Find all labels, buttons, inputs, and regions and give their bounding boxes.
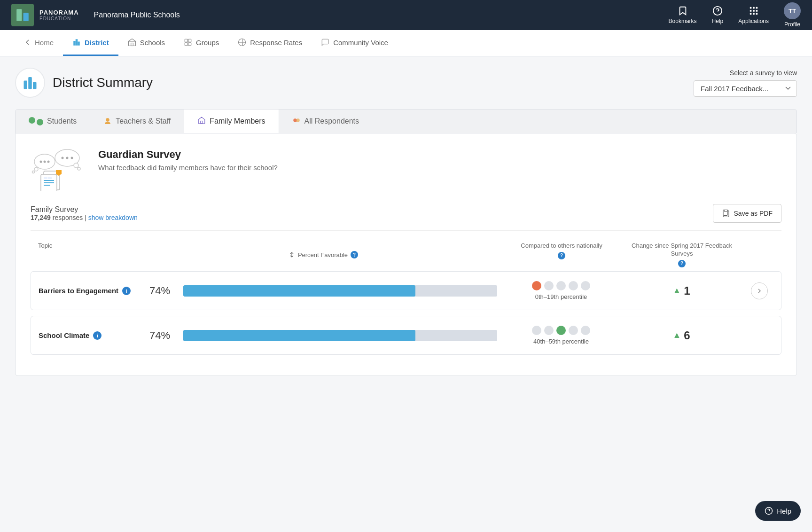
district-summary-icon bbox=[22, 74, 39, 91]
tab-teachers-staff[interactable]: Teachers & Staff bbox=[90, 110, 184, 133]
panorama-logo-icon bbox=[15, 8, 30, 23]
comparison-climate: 40th–59th percentile bbox=[505, 326, 617, 345]
family-survey-row: Family Survey 17,249 responses | show br… bbox=[31, 204, 781, 231]
table-row: School Climate i 74% bbox=[31, 316, 781, 355]
svg-rect-10 bbox=[750, 13, 751, 15]
percentile-barriers: 0th–19th percentile bbox=[535, 293, 587, 300]
topic-barriers: Barriers to Engagement i bbox=[39, 287, 142, 295]
svg-rect-15 bbox=[78, 42, 80, 46]
svg-point-26 bbox=[106, 118, 109, 122]
svg-rect-12 bbox=[756, 13, 757, 15]
svg-rect-18 bbox=[185, 39, 187, 42]
profile-button[interactable]: TT Profile bbox=[784, 2, 801, 28]
svg-point-29 bbox=[296, 118, 300, 122]
school-climate-info-icon[interactable]: i bbox=[93, 331, 102, 340]
svg-rect-16 bbox=[128, 41, 135, 46]
svg-rect-1 bbox=[23, 13, 29, 21]
nav-item-district[interactable]: District bbox=[63, 30, 118, 56]
top-navigation: PANORAMA EDUCATION Panorama Public Schoo… bbox=[0, 0, 812, 30]
all-respondents-icon bbox=[292, 116, 301, 126]
responses-count: 17,249 bbox=[31, 214, 51, 221]
survey-info: Guardian Survey What feedback did family… bbox=[98, 149, 278, 172]
pct-value-barriers: 74% bbox=[149, 285, 178, 297]
svg-point-39 bbox=[62, 157, 64, 159]
svg-rect-27 bbox=[201, 121, 203, 124]
pdf-icon bbox=[722, 209, 730, 218]
svg-rect-20 bbox=[185, 43, 187, 46]
arrow-up-climate: ▲ bbox=[672, 330, 681, 340]
compared-help-icon[interactable]: ? bbox=[558, 252, 565, 259]
topic-school-climate: School Climate i bbox=[39, 331, 142, 340]
org-name: Panorama Public Schools bbox=[94, 11, 180, 19]
svg-point-40 bbox=[66, 157, 69, 159]
responses-label: responses bbox=[53, 214, 83, 221]
svg-point-31 bbox=[34, 167, 38, 171]
tab-students[interactable]: Students bbox=[16, 110, 90, 133]
expand-barriers bbox=[745, 282, 773, 299]
table-row: Barriers to Engagement i 74% bbox=[31, 271, 781, 310]
data-table: Topic Percent Favorable ? Compared to ot… bbox=[31, 238, 781, 355]
col-header-change: Change since Spring 2017 Feedback Survey… bbox=[625, 242, 738, 267]
top-nav-actions: Bookmarks Help Applications TT Profile bbox=[669, 2, 801, 28]
svg-rect-19 bbox=[188, 39, 191, 42]
nav-item-schools[interactable]: Schools bbox=[118, 30, 174, 56]
dot-5 bbox=[581, 326, 590, 335]
svg-rect-49 bbox=[723, 210, 727, 216]
svg-rect-17 bbox=[131, 43, 133, 46]
pct-school-climate: 74% bbox=[149, 329, 497, 342]
show-breakdown-link[interactable]: show breakdown bbox=[88, 214, 138, 221]
change-climate: ▲ 6 bbox=[625, 329, 738, 342]
change-help-icon[interactable]: ? bbox=[678, 260, 686, 267]
svg-rect-21 bbox=[188, 43, 191, 46]
progress-bar-barriers bbox=[183, 285, 497, 297]
tab-all-respondents[interactable]: All Respondents bbox=[279, 110, 373, 133]
family-survey-title: Family Survey bbox=[31, 205, 138, 214]
logo-box bbox=[11, 4, 34, 26]
progress-fill-climate bbox=[183, 330, 415, 341]
progress-fill-barriers bbox=[183, 285, 415, 297]
svg-point-33 bbox=[40, 161, 42, 163]
bookmarks-button[interactable]: Bookmarks bbox=[669, 6, 697, 24]
table-header: Topic Percent Favorable ? Compared to ot… bbox=[31, 238, 781, 271]
logo-area[interactable]: PANORAMA EDUCATION bbox=[11, 4, 79, 26]
pct-help-icon[interactable]: ? bbox=[351, 251, 358, 258]
nav-item-home[interactable]: Home bbox=[15, 30, 63, 56]
applications-button[interactable]: Applications bbox=[738, 6, 769, 24]
svg-rect-0 bbox=[16, 9, 22, 21]
nav-item-community-voice[interactable]: Community Voice bbox=[312, 30, 398, 56]
survey-select[interactable]: Fall 2017 Feedback... bbox=[694, 80, 797, 97]
schools-icon bbox=[128, 38, 136, 47]
district-icon-circle bbox=[15, 68, 45, 98]
dot-2 bbox=[544, 326, 554, 335]
dot-3 bbox=[556, 281, 566, 290]
nav-item-groups[interactable]: Groups bbox=[174, 30, 228, 56]
svg-rect-4 bbox=[750, 7, 751, 9]
save-pdf-button[interactable]: Save as PDF bbox=[713, 204, 781, 223]
svg-rect-14 bbox=[76, 39, 78, 46]
tab-family-members[interactable]: Family Members bbox=[184, 110, 279, 133]
pct-value-climate: 74% bbox=[149, 329, 178, 342]
family-members-icon bbox=[197, 116, 206, 126]
comparison-barriers: 0th–19th percentile bbox=[505, 281, 617, 300]
help-icon bbox=[712, 6, 723, 16]
page-header: District Summary Select a survey to view… bbox=[15, 68, 797, 98]
family-survey-info: Family Survey 17,249 responses | show br… bbox=[31, 205, 138, 221]
svg-point-38 bbox=[78, 167, 80, 170]
dot-2 bbox=[544, 281, 554, 290]
dot-4 bbox=[569, 326, 578, 335]
svg-rect-23 bbox=[24, 81, 28, 89]
avatar: TT bbox=[784, 2, 801, 19]
expand-button-barriers[interactable] bbox=[751, 282, 768, 299]
dot-1 bbox=[532, 326, 541, 335]
dot-5 bbox=[581, 281, 590, 290]
change-barriers: ▲ 1 bbox=[625, 284, 738, 297]
respondent-tabs: Students Teachers & Staff Family Members… bbox=[15, 109, 797, 133]
nav-item-response-rates[interactable]: Response Rates bbox=[228, 30, 312, 56]
dot-3 bbox=[556, 326, 566, 335]
survey-icon bbox=[31, 149, 87, 193]
help-button[interactable]: Help bbox=[712, 6, 724, 24]
dot-1 bbox=[532, 281, 541, 290]
dot-4 bbox=[569, 281, 578, 290]
page-title-area: District Summary bbox=[15, 68, 153, 98]
barriers-info-icon[interactable]: i bbox=[122, 287, 131, 295]
